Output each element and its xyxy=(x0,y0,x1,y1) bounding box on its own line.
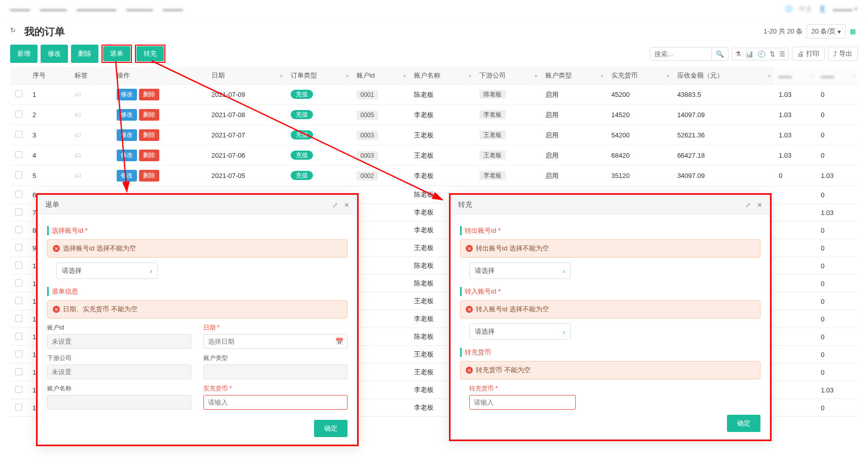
history-icon[interactable]: 🕘 xyxy=(757,50,766,58)
out-account-select[interactable]: 请选择› xyxy=(469,263,571,279)
row-checkbox[interactable] xyxy=(15,171,22,178)
in-account-select[interactable]: 请选择› xyxy=(469,323,571,340)
row-delete-button[interactable]: 删除 xyxy=(139,170,159,182)
row-checkbox[interactable] xyxy=(15,262,22,269)
chevron-right-icon: › xyxy=(563,328,565,336)
refund-dialog: 退单 ⤢ ✕ 选择账号id * ✕ 选择账号id 选择不能为空 请选择› 退单信… xyxy=(38,195,357,417)
chevron-down-icon[interactable]: ▾ xyxy=(280,73,283,79)
filter-icon[interactable]: ⚗ xyxy=(735,50,741,58)
chevron-down-icon[interactable]: ▾ xyxy=(667,73,669,79)
row-delete-button[interactable]: 删除 xyxy=(139,89,159,100)
order-type-badge: 充值 xyxy=(291,90,313,99)
currency-field[interactable] xyxy=(203,395,348,410)
company-field xyxy=(47,365,191,379)
calendar-icon[interactable]: 📅 xyxy=(335,338,343,345)
label-account-name: 账户名称 xyxy=(47,384,191,393)
export-icon: ⤴ xyxy=(834,50,837,58)
tag-icon[interactable]: 🏷 xyxy=(75,152,81,159)
print-button[interactable]: 🖨 打印 xyxy=(792,47,825,61)
expand-icon[interactable]: ⤢ xyxy=(332,201,338,209)
row-checkbox[interactable] xyxy=(15,244,22,251)
account-id-badge: 0003 xyxy=(357,151,378,160)
close-icon[interactable]: ✕ xyxy=(344,201,350,209)
date-field[interactable] xyxy=(203,334,348,349)
list-icon[interactable]: ☰ xyxy=(779,50,785,58)
tag-icon[interactable]: 🏷 xyxy=(75,111,81,119)
row-delete-button[interactable]: 删除 xyxy=(139,109,159,121)
table-row: 5 🏷 修改 删除 2021-07-05 充值 0002 李老板 李老板 启用 … xyxy=(10,166,858,186)
label-transfer-currency: 转充货币 * xyxy=(469,384,576,393)
row-checkbox[interactable] xyxy=(15,208,22,215)
row-checkbox[interactable] xyxy=(15,315,22,322)
per-page-select[interactable]: 20 条/页▾ xyxy=(807,24,846,39)
sort-icon[interactable]: ⇅ xyxy=(770,50,775,58)
row-delete-button[interactable]: 删除 xyxy=(139,129,159,141)
order-type-badge: 充值 xyxy=(291,171,313,180)
account-select[interactable]: 请选择› xyxy=(56,263,158,279)
row-edit-button[interactable]: 修改 xyxy=(117,150,137,161)
chevron-down-icon[interactable]: ▾ xyxy=(768,73,771,79)
error-icon: ✕ xyxy=(53,245,60,252)
grid-view-icon[interactable]: ▦ xyxy=(850,27,858,35)
label-date: 日期 * xyxy=(203,323,348,332)
export-button[interactable]: ⤴ 导出 xyxy=(828,47,858,61)
ok-button[interactable]: 确定 xyxy=(727,415,760,417)
close-icon[interactable]: ✕ xyxy=(757,201,762,209)
row-edit-button[interactable]: 修改 xyxy=(117,89,137,100)
refresh-icon[interactable]: ↻ xyxy=(10,26,20,37)
row-checkbox[interactable] xyxy=(15,131,22,138)
row-checkbox[interactable] xyxy=(15,191,22,198)
delete-button[interactable]: 删除 xyxy=(71,45,98,63)
account-id-field xyxy=(47,334,191,349)
chevron-down-icon[interactable]: ▾ xyxy=(535,73,537,79)
annotation-refund-box: 退单 xyxy=(101,45,132,63)
tag-icon[interactable]: 🏷 xyxy=(75,91,81,98)
table-row: 2 🏷 修改 删除 2021-07-08 充值 0005 李老板 李老板 启用 … xyxy=(10,105,858,125)
search-icon[interactable]: 🔍 xyxy=(711,48,728,60)
section-refund-info: 退单信息 xyxy=(47,287,348,296)
row-edit-button[interactable]: 修改 xyxy=(117,129,137,141)
transfer-button[interactable]: 转充 xyxy=(136,46,164,61)
chevron-down-icon[interactable]: ▾ xyxy=(601,73,603,79)
tag-icon[interactable]: 🏷 xyxy=(75,172,81,179)
label-account-id: 账户id xyxy=(47,323,191,332)
tag-icon[interactable]: 🏷 xyxy=(75,131,81,139)
add-button[interactable]: 新增 xyxy=(10,45,38,63)
chevron-down-icon[interactable]: ▾ xyxy=(403,73,406,79)
row-checkbox[interactable] xyxy=(15,333,22,340)
expand-icon[interactable]: ⤢ xyxy=(745,201,751,209)
avatar-icon[interactable]: 👤 xyxy=(818,5,826,13)
company-badge: 王老板 xyxy=(479,151,506,160)
row-edit-button[interactable]: 修改 xyxy=(117,109,137,121)
account-id-badge: 0003 xyxy=(357,131,378,140)
refund-button[interactable]: 退单 xyxy=(103,46,130,61)
row-index: 1 xyxy=(27,85,70,105)
row-checkbox[interactable] xyxy=(15,297,22,304)
row-index: 4 xyxy=(27,146,70,166)
row-delete-button[interactable]: 删除 xyxy=(139,150,159,161)
row-checkbox[interactable] xyxy=(15,151,22,158)
company-badge: 李老板 xyxy=(479,171,506,180)
error-banner: ✕ 转入账号id 选择不能为空 xyxy=(460,300,760,318)
row-checkbox[interactable] xyxy=(15,404,22,411)
row-checkbox[interactable] xyxy=(15,226,22,233)
lang-label[interactable]: 中文 xyxy=(799,5,812,14)
modify-button[interactable]: 修改 xyxy=(41,45,68,63)
chart-icon[interactable]: 📊 xyxy=(745,50,753,58)
chevron-down-icon[interactable]: ▾ xyxy=(469,73,471,79)
row-checkbox[interactable] xyxy=(15,350,22,357)
section-transfer-currency: 转充货币 xyxy=(460,348,760,357)
account-id-badge: 0005 xyxy=(357,111,378,120)
row-edit-button[interactable]: 修改 xyxy=(117,170,137,182)
row-checkbox[interactable] xyxy=(15,279,22,286)
row-checkbox[interactable] xyxy=(15,368,22,375)
chevron-down-icon[interactable]: ▾ xyxy=(346,73,349,79)
transfer-currency-field[interactable] xyxy=(469,395,576,410)
top-nav: ▬▬▬▬▬▬▬▬▬▬▬▬▬▬▬▬▬▬▬▬ 🌐 中文 👤 ▬▬▬ ▾ xyxy=(0,0,868,18)
row-checkbox[interactable] xyxy=(15,90,22,97)
error-banner: ✕ 日期、实充货币 不能为空 xyxy=(47,300,348,318)
search-input[interactable] xyxy=(650,48,711,60)
table-row: 4 🏷 修改 删除 2021-07-06 充值 0003 王老板 王老板 启用 … xyxy=(10,146,858,166)
row-checkbox[interactable] xyxy=(15,386,22,393)
row-checkbox[interactable] xyxy=(15,111,22,118)
